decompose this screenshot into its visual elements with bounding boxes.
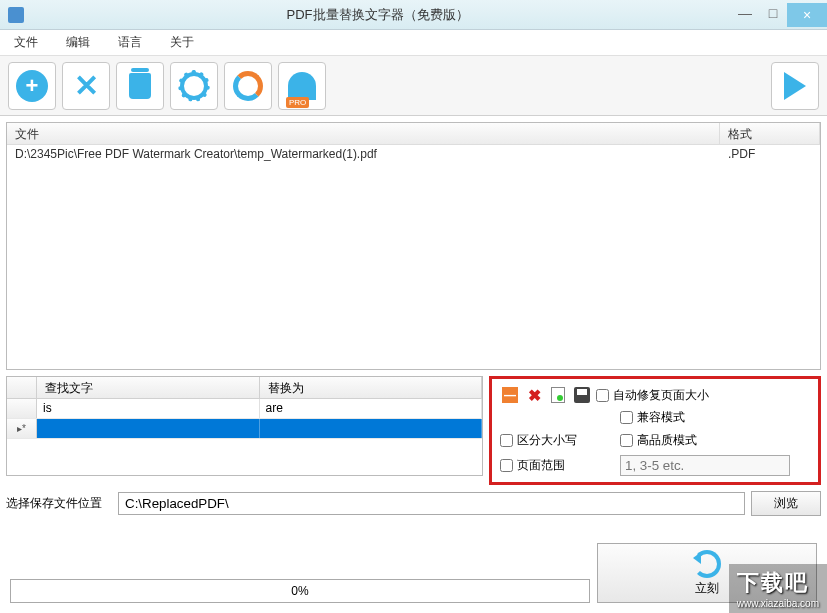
progress-text: 0% xyxy=(291,584,308,598)
opt-save-button[interactable] xyxy=(572,385,592,405)
replace-grid: 查找文字 替换为 is are ▸* xyxy=(6,376,483,476)
range-label: 页面范围 xyxy=(517,457,565,474)
file-row[interactable]: D:\2345Pic\Free PDF Watermark Creator\te… xyxy=(7,145,820,163)
menu-about[interactable]: 关于 xyxy=(164,32,200,53)
page-range-input[interactable] xyxy=(620,455,790,476)
run-label: 立刻 xyxy=(695,580,719,597)
opt-remove-button[interactable]: — xyxy=(500,385,520,405)
row-header-new[interactable]: ▸* xyxy=(7,419,37,438)
arrow-right-icon xyxy=(784,72,806,100)
settings-button[interactable] xyxy=(170,62,218,110)
format-column-header[interactable]: 格式 xyxy=(720,123,820,144)
grid-corner xyxy=(7,377,37,398)
page-range-check[interactable]: 页面范围 xyxy=(500,455,610,476)
file-column-header[interactable]: 文件 xyxy=(7,123,720,144)
replace-section: 查找文字 替换为 is are ▸* — ✖ 自动修复页面大小 xyxy=(6,376,821,485)
watermark-big: 下载吧 xyxy=(737,568,819,598)
close-button[interactable]: × xyxy=(787,3,827,27)
compat-label: 兼容模式 xyxy=(637,409,685,426)
options-panel: — ✖ 自动修复页面大小 兼容模式 区分大小写 高品质模式 页面范围 xyxy=(489,376,821,485)
window-controls: — □ × xyxy=(731,3,827,27)
output-label: 选择保存文件位置 xyxy=(6,495,112,512)
page-icon xyxy=(551,387,565,403)
auto-fix-checkbox[interactable] xyxy=(596,389,609,402)
progress-bar: 0% xyxy=(10,579,590,603)
hq-checkbox[interactable] xyxy=(620,434,633,447)
replace-grid-header: 查找文字 替换为 xyxy=(7,377,482,399)
titlebar: PDF批量替换文字器（免费版） — □ × xyxy=(0,0,827,30)
opt-open-button[interactable] xyxy=(548,385,568,405)
case-sensitive-check[interactable]: 区分大小写 xyxy=(500,432,610,449)
x-red-icon: ✖ xyxy=(528,386,541,405)
toolbar: + ✕ xyxy=(0,56,827,116)
file-list: 文件 格式 D:\2345Pic\Free PDF Watermark Crea… xyxy=(6,122,821,370)
find-cell[interactable]: is xyxy=(37,399,260,418)
app-window: PDF批量替换文字器（免费版） — □ × 文件 编辑 语言 关于 + ✕ 文件… xyxy=(0,0,827,613)
find-cell-new[interactable] xyxy=(37,419,260,438)
maximize-button[interactable]: □ xyxy=(759,3,787,23)
output-bar: 选择保存文件位置 浏览 xyxy=(6,491,821,516)
save-icon xyxy=(574,387,590,403)
menu-edit[interactable]: 编辑 xyxy=(60,32,96,53)
window-title: PDF批量替换文字器（免费版） xyxy=(24,6,731,24)
pro-icon xyxy=(288,72,316,100)
auto-fix-label: 自动修复页面大小 xyxy=(613,387,709,404)
trash-icon xyxy=(129,73,151,99)
watermark: 下载吧 www.xiazaiba.com xyxy=(729,564,827,613)
compat-checkbox[interactable] xyxy=(620,411,633,424)
menubar: 文件 编辑 语言 关于 xyxy=(0,30,827,56)
replace-column-header[interactable]: 替换为 xyxy=(260,377,483,398)
range-checkbox[interactable] xyxy=(500,459,513,472)
opt-delete-button[interactable]: ✖ xyxy=(524,385,544,405)
grid-row-new[interactable]: ▸* xyxy=(7,419,482,439)
case-checkbox[interactable] xyxy=(500,434,513,447)
options-toolbar: — ✖ 自动修复页面大小 xyxy=(500,385,810,405)
replace-cell-new[interactable] xyxy=(260,419,483,438)
x-icon: ✕ xyxy=(74,68,99,103)
compat-mode-check[interactable]: 兼容模式 xyxy=(620,409,810,426)
file-path-cell: D:\2345Pic\Free PDF Watermark Creator\te… xyxy=(7,145,720,163)
output-path-input[interactable] xyxy=(118,492,745,515)
add-button[interactable]: + xyxy=(8,62,56,110)
remove-button[interactable]: ✕ xyxy=(62,62,110,110)
pro-button[interactable] xyxy=(278,62,326,110)
auto-fix-page-size-check[interactable]: 自动修复页面大小 xyxy=(596,387,709,404)
menu-language[interactable]: 语言 xyxy=(112,32,148,53)
help-icon xyxy=(233,71,263,101)
app-icon xyxy=(8,7,24,23)
high-quality-check[interactable]: 高品质模式 xyxy=(620,432,810,449)
gear-icon xyxy=(180,72,208,100)
row-header[interactable] xyxy=(7,399,37,418)
help-button[interactable] xyxy=(224,62,272,110)
browse-button[interactable]: 浏览 xyxy=(751,491,821,516)
minimize-button[interactable]: — xyxy=(731,3,759,23)
watermark-small: www.xiazaiba.com xyxy=(737,598,819,609)
menu-file[interactable]: 文件 xyxy=(8,32,44,53)
hq-label: 高品质模式 xyxy=(637,432,697,449)
plus-icon: + xyxy=(16,70,48,102)
file-format-cell: .PDF xyxy=(720,145,820,163)
grid-row[interactable]: is are xyxy=(7,399,482,419)
file-list-header: 文件 格式 xyxy=(7,123,820,145)
clear-button[interactable] xyxy=(116,62,164,110)
case-label: 区分大小写 xyxy=(517,432,577,449)
refresh-icon xyxy=(693,550,721,578)
replace-cell[interactable]: are xyxy=(260,399,483,418)
minus-icon: — xyxy=(502,387,518,403)
find-column-header[interactable]: 查找文字 xyxy=(37,377,260,398)
next-button[interactable] xyxy=(771,62,819,110)
